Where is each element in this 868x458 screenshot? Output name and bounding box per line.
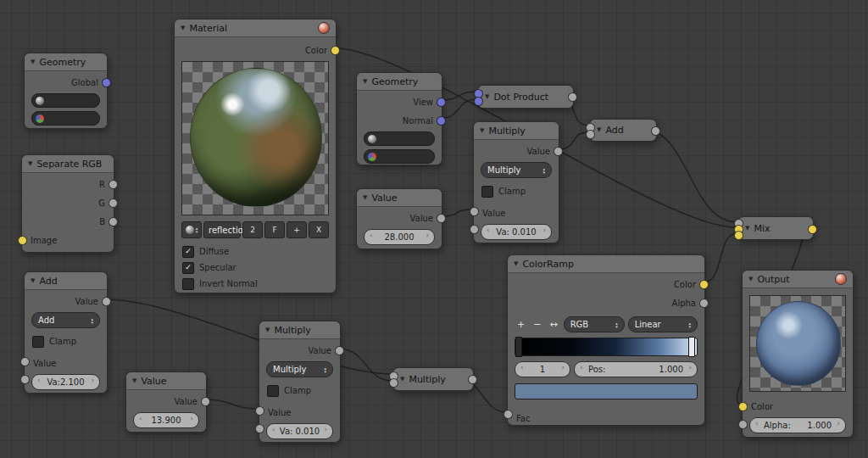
socket-color-output[interactable] [331, 46, 340, 55]
node-header[interactable]: ▼ Multiply [474, 122, 559, 140]
node-dot-product[interactable]: ▼ Dot Product [477, 85, 574, 109]
socket-value-output[interactable] [554, 147, 563, 156]
socket-value-output[interactable] [201, 397, 210, 406]
node-header[interactable]: ▼ Geometry [357, 73, 442, 91]
socket-image-input[interactable] [18, 236, 27, 245]
clamp-checkbox[interactable] [267, 385, 279, 397]
socket-value2-input[interactable] [586, 130, 595, 139]
socket-value-output[interactable] [335, 346, 344, 355]
value2-slider[interactable]: Va: 0.010 [481, 224, 552, 240]
collapse-arrow-icon[interactable]: ▼ [181, 25, 185, 31]
socket-value2-input[interactable] [389, 378, 398, 388]
diffuse-checkbox[interactable]: ✓ [182, 246, 194, 258]
socket-alpha-output[interactable] [699, 299, 709, 308]
uv-layer-field[interactable] [31, 93, 100, 108]
node-add-1[interactable]: ▼ Add Value Add Clamp Value Va:2.100 [24, 271, 108, 394]
operation-dropdown[interactable]: Multiply [481, 162, 552, 178]
socket-color-output[interactable] [699, 280, 709, 289]
vertex-color-field[interactable] [364, 149, 435, 164]
node-header[interactable]: ▼ Value [126, 372, 206, 390]
node-geometry-1[interactable]: ▼ Geometry Global [24, 53, 108, 129]
socket-value-output[interactable] [437, 214, 446, 223]
add-stop-button[interactable]: + [515, 317, 527, 332]
node-header[interactable]: ▼ Value [357, 189, 442, 207]
value-slider[interactable]: 28.000 [364, 229, 435, 245]
clamp-checkbox[interactable] [481, 186, 493, 198]
value2-slider[interactable]: Va: 0.010 [266, 423, 333, 439]
operation-dropdown[interactable]: Multiply [266, 361, 333, 377]
socket-value-output[interactable] [651, 126, 660, 136]
collapse-arrow-icon[interactable]: ▼ [31, 278, 35, 284]
collapse-arrow-icon[interactable]: ▼ [748, 276, 753, 282]
socket-value-output[interactable] [468, 375, 477, 384]
node-header[interactable]: ▼ Add [25, 272, 107, 290]
browse-material-button[interactable] [181, 221, 202, 238]
collapse-arrow-icon[interactable]: ▼ [363, 195, 367, 201]
clamp-checkbox[interactable] [32, 336, 44, 348]
socket-b-output[interactable] [108, 217, 118, 226]
socket-color-output[interactable] [808, 225, 817, 234]
value2-slider[interactable]: Va:2.100 [31, 374, 100, 390]
node-header[interactable]: ▼ Geometry [25, 53, 107, 71]
node-multiply-1[interactable]: ▼ Multiply Value Multiply Clamp Value Va… [473, 121, 559, 243]
socket-value1-input[interactable] [255, 406, 264, 416]
socket-value2-input[interactable] [470, 225, 479, 234]
collapse-arrow-icon[interactable]: ▼ [485, 94, 489, 100]
unlink-material-button[interactable]: X [309, 221, 329, 238]
node-value-2[interactable]: ▼ Value Value 13.900 [125, 371, 207, 433]
socket-view-output[interactable] [437, 98, 446, 107]
node-value-1[interactable]: ▼ Value Value 28.000 [356, 188, 442, 249]
socket-alpha-input[interactable] [738, 420, 748, 429]
node-colorramp[interactable]: ▼ ColorRamp Color Alpha + − ↔ RGB Linear… [507, 254, 705, 426]
interpolation-dropdown[interactable]: Linear [628, 316, 698, 332]
node-add-mini[interactable]: ▼ Add [589, 119, 657, 142]
socket-value-output[interactable] [102, 297, 111, 306]
color-ramp-gradient[interactable] [515, 338, 698, 356]
node-output[interactable]: ▼ Output Color Alpha: 1.000 [742, 270, 854, 438]
fake-user-button[interactable]: F [264, 221, 285, 238]
socket-normal-output[interactable] [437, 116, 446, 126]
delete-stop-button[interactable]: − [531, 317, 543, 332]
material-name-field[interactable]: reflection [203, 221, 241, 238]
collapse-arrow-icon[interactable]: ▼ [363, 79, 367, 85]
uv-layer-field[interactable] [364, 131, 435, 146]
node-multiply-mini[interactable]: ▼ Multiply [392, 367, 474, 391]
stop-color-swatch[interactable] [515, 383, 698, 399]
collapse-arrow-icon[interactable]: ▼ [745, 226, 749, 232]
socket-value-output[interactable] [568, 92, 577, 102]
node-geometry-2[interactable]: ▼ Geometry View Normal [356, 72, 442, 165]
socket-value2-input[interactable] [20, 375, 30, 384]
specular-checkbox[interactable]: ✓ [182, 262, 194, 274]
new-material-button[interactable]: + [287, 221, 307, 238]
collapse-arrow-icon[interactable]: ▼ [265, 327, 270, 333]
alpha-slider[interactable]: Alpha: 1.000 [749, 417, 846, 433]
socket-value1-input[interactable] [20, 357, 30, 366]
node-material[interactable]: ▼ Material Color reflection 2 F + X ✓ Di… [174, 19, 337, 293]
collapse-arrow-icon[interactable]: ▼ [480, 128, 484, 134]
collapse-arrow-icon[interactable]: ▼ [400, 377, 404, 383]
collapse-arrow-icon[interactable]: ▼ [132, 378, 136, 384]
socket-fac-input[interactable] [504, 410, 513, 419]
node-header[interactable]: ▼ ColorRamp [508, 255, 704, 273]
socket-value1-input[interactable] [470, 207, 479, 216]
collapse-arrow-icon[interactable]: ▼ [28, 161, 32, 167]
ramp-handle-left[interactable] [515, 337, 522, 357]
node-multiply-2[interactable]: ▼ Multiply Value Multiply Clamp Value Va… [259, 321, 341, 443]
flip-ramp-button[interactable]: ↔ [547, 317, 559, 332]
stop-position-slider[interactable]: Pos: 1.000 [574, 361, 698, 377]
socket-r-output[interactable] [108, 180, 118, 189]
node-editor-canvas[interactable]: ▼ Geometry Global ▼ Separate RGB R G B I… [0, 0, 868, 458]
vertex-color-field[interactable] [31, 111, 100, 126]
ramp-handle-right[interactable] [688, 337, 695, 357]
socket-color2-input[interactable] [734, 231, 743, 240]
operation-dropdown[interactable]: Add [31, 312, 100, 328]
collapse-arrow-icon[interactable]: ▼ [514, 261, 518, 267]
socket-color-input[interactable] [738, 402, 748, 411]
node-header[interactable]: ▼ Material [175, 20, 336, 37]
node-separate-rgb[interactable]: ▼ Separate RGB R G B Image [21, 154, 114, 253]
collapse-arrow-icon[interactable]: ▼ [597, 127, 601, 133]
socket-value2-input[interactable] [255, 424, 264, 433]
invert-normal-checkbox[interactable] [182, 278, 194, 290]
node-header[interactable]: ▼ Multiply [259, 321, 340, 339]
collapse-arrow-icon[interactable]: ▼ [31, 59, 35, 65]
